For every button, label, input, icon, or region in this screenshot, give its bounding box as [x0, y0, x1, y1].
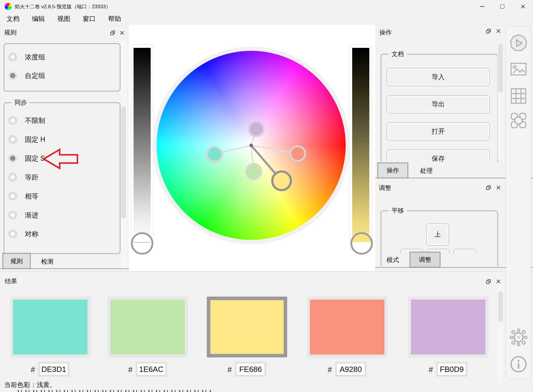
close-button[interactable] — [513, 0, 533, 13]
pan-right-button-clipped[interactable] — [453, 249, 476, 253]
results-panel-float-button[interactable] — [486, 279, 491, 284]
menu-document[interactable]: 文档 — [6, 14, 20, 23]
adjust-panel-close-button[interactable] — [496, 185, 501, 190]
hex-input-salmon[interactable]: A9280 — [336, 363, 365, 376]
swatch-green[interactable] — [110, 300, 185, 354]
actions-panel-close-button[interactable] — [496, 28, 501, 34]
rules-panel-close-button[interactable] — [119, 30, 125, 35]
results-panel-title: 结果 — [5, 277, 17, 285]
tab-process[interactable]: 处理 — [410, 164, 443, 177]
color-mode-group — [4, 43, 121, 92]
wheel-handle-green[interactable] — [246, 163, 262, 180]
hex-input-yellow[interactable]: FE686 — [236, 363, 265, 376]
swatch-purple[interactable] — [411, 300, 485, 354]
rules-panel-float-button[interactable] — [110, 30, 115, 35]
open-button[interactable]: 打开 — [386, 122, 490, 141]
settings-button[interactable] — [510, 328, 527, 346]
float-icon — [486, 29, 491, 34]
close-icon — [521, 4, 525, 9]
sync-group-label: 同步 — [12, 98, 30, 107]
clipped-text-row — [18, 390, 213, 392]
radio-symmetric[interactable] — [8, 230, 17, 238]
swatch-frame — [108, 297, 188, 357]
info-icon — [510, 355, 527, 373]
palette-logo-button[interactable] — [510, 34, 527, 52]
swatch-yellow-selected[interactable] — [210, 300, 284, 354]
minimize-button[interactable] — [472, 0, 492, 13]
minimize-icon — [480, 6, 484, 7]
tab-actions[interactable]: 操作 — [377, 162, 408, 178]
wheel-handle-teal[interactable] — [206, 146, 223, 162]
float-icon — [486, 279, 491, 284]
hash-label: # — [228, 365, 232, 374]
image-icon — [510, 60, 527, 78]
hash-label: # — [328, 365, 332, 374]
hex-input-teal[interactable]: DE3D1 — [39, 363, 69, 376]
radio-fixed-s[interactable] — [8, 154, 17, 163]
color-group-tool-button[interactable] — [510, 112, 527, 129]
hex-input-green[interactable]: 1E6AC — [136, 363, 166, 376]
menu-view[interactable]: 视图 — [57, 14, 70, 23]
maximize-button[interactable] — [492, 0, 512, 13]
swatch-frame — [408, 297, 488, 357]
hash-label: # — [128, 365, 132, 374]
menu-edit[interactable]: 编辑 — [32, 14, 45, 23]
close-icon — [496, 279, 500, 284]
tab-mode[interactable]: 模式 — [377, 253, 408, 266]
radio-label-equidistant: 等距 — [25, 173, 38, 182]
radio-label-concentration: 浓度组 — [25, 53, 45, 62]
status-text: 当前色彩：浅黄。 — [4, 380, 56, 389]
adjust-panel-float-button[interactable] — [486, 185, 491, 190]
radio-unrestricted[interactable] — [8, 116, 17, 125]
title-bar: 焰火十二卷 v2.8.5-预览版（端口：23333） — [0, 0, 533, 13]
wheel-handle-yellow-selected[interactable] — [271, 170, 292, 191]
wheel-handle-purple[interactable] — [248, 121, 264, 137]
radio-label-fixed-h: 固定 H — [25, 135, 45, 144]
actions-panel-title: 操作 — [379, 28, 392, 37]
adjust-panel-title: 调整 — [379, 184, 391, 192]
actions-scrollbar-handle[interactable] — [498, 43, 503, 92]
maximize-icon — [500, 4, 504, 9]
results-scrollbar-handle[interactable] — [498, 291, 503, 322]
tab-detect[interactable]: 检测 — [32, 255, 62, 268]
menu-bar: 文档 编辑 视图 窗口 帮助 — [0, 13, 533, 25]
import-button[interactable]: 导入 — [386, 68, 490, 86]
menu-window[interactable]: 窗口 — [83, 14, 96, 23]
polygon-triangle-icon — [510, 34, 527, 52]
window-title: 焰火十二卷 v2.8.5-预览版（端口：23333） — [15, 3, 111, 10]
grid-tool-button[interactable] — [510, 87, 527, 105]
radio-label-custom: 自定组 — [25, 71, 45, 80]
wheel-handle-salmon[interactable] — [290, 145, 306, 162]
swatch-teal[interactable] — [13, 300, 87, 354]
actions-panel-float-button[interactable] — [486, 28, 491, 34]
side-toolbar — [506, 26, 531, 379]
swatch-salmon[interactable] — [310, 300, 384, 354]
radio-label-symmetric: 对称 — [25, 230, 38, 239]
radio-custom-group[interactable] — [8, 71, 17, 80]
menu-help[interactable]: 帮助 — [108, 14, 121, 23]
radio-label-gradual: 渐进 — [25, 211, 38, 220]
image-tool-button[interactable] — [510, 60, 527, 78]
tab-rules[interactable]: 规则 — [2, 253, 31, 269]
pan-up-button[interactable]: 上 — [426, 223, 449, 246]
grid-icon — [510, 87, 527, 105]
swatch-frame — [307, 297, 387, 357]
document-group-label: 文档 — [389, 50, 407, 58]
export-button[interactable]: 导出 — [386, 95, 490, 113]
radio-concentration-group[interactable] — [8, 53, 17, 61]
hex-input-purple[interactable]: FB0D9 — [437, 363, 467, 376]
radio-fixed-h[interactable] — [8, 135, 17, 144]
app-logo-icon — [5, 3, 12, 10]
rules-panel-title: 规则 — [4, 28, 17, 37]
swatch-frame — [10, 297, 90, 357]
handle-connector-lines — [129, 25, 375, 271]
info-button[interactable] — [510, 355, 527, 373]
close-icon — [120, 31, 124, 35]
radio-equidistant[interactable] — [8, 173, 17, 182]
tab-adjust[interactable]: 调整 — [410, 252, 441, 268]
rules-scrollbar-handle[interactable] — [121, 106, 126, 219]
radio-gradual[interactable] — [8, 211, 17, 219]
radio-equal[interactable] — [8, 192, 17, 201]
close-icon — [496, 29, 500, 33]
radio-label-equal: 相等 — [25, 192, 38, 201]
